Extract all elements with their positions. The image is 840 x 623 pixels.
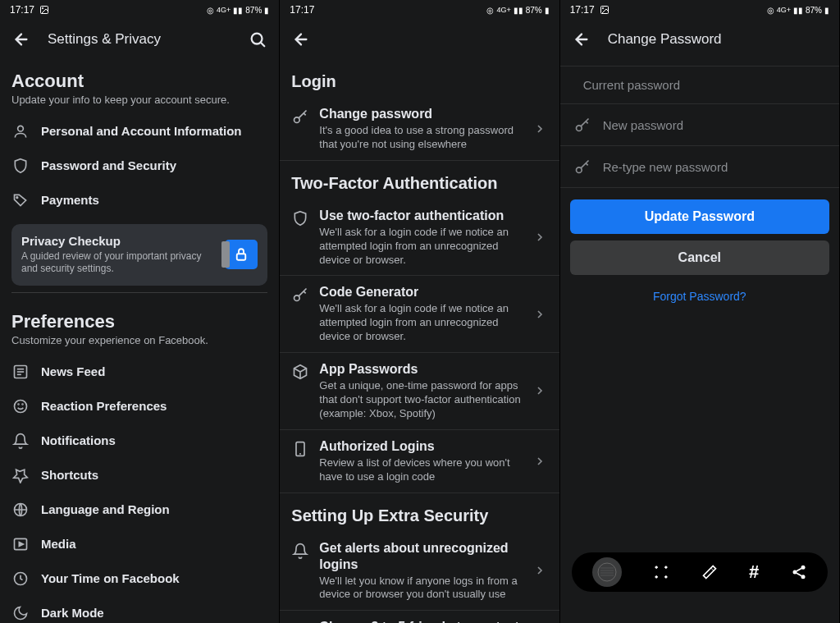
current-password-input[interactable]: [583, 78, 826, 92]
chevron-right-icon: [533, 564, 548, 577]
hotspot-icon: ◎: [486, 6, 494, 15]
battery-icon: ▮: [545, 6, 550, 15]
header: Settings & Privacy: [0, 20, 279, 59]
tfa-section-title: Two-Factor Authentication: [280, 161, 559, 199]
screenshot-toolbar: #: [572, 552, 828, 592]
chevron-right-icon: [533, 455, 548, 468]
row-app-passwords[interactable]: App Passwords Get a unique, one-time pas…: [280, 353, 559, 430]
account-title: Account: [11, 71, 267, 92]
item-personal-info[interactable]: Personal and Account Information: [0, 114, 279, 149]
item-media[interactable]: Media: [0, 527, 279, 561]
row-code-generator[interactable]: Code Generator We'll ask for a login cod…: [280, 276, 559, 353]
row-subtitle: It's a good idea to use a strong passwor…: [319, 124, 523, 152]
item-label: Media: [41, 537, 76, 551]
row-change-password[interactable]: Change password It's a good idea to use …: [280, 98, 559, 161]
svg-line-35: [797, 568, 801, 570]
svg-rect-5: [237, 254, 246, 261]
retype-password-input[interactable]: [603, 160, 826, 174]
item-label: Reaction Preferences: [41, 399, 167, 413]
row-title: Use two-factor authentication: [319, 208, 523, 224]
header: [280, 20, 559, 59]
item-your-time[interactable]: Your Time on Facebook: [0, 561, 279, 596]
preferences-title: Preferences: [11, 311, 267, 332]
row-choose-friends[interactable]: Choose 3 to 5 friends to contact if you …: [280, 611, 559, 623]
chevron-right-icon: [533, 231, 548, 244]
bell-icon: [11, 432, 30, 450]
item-label: Language and Region: [41, 502, 170, 516]
item-news-feed[interactable]: News Feed: [0, 355, 279, 389]
key-icon: [291, 286, 309, 304]
share-icon[interactable]: [791, 564, 807, 580]
battery-text: 87%: [806, 6, 822, 15]
svg-point-26: [576, 167, 582, 173]
svg-point-1: [42, 7, 43, 9]
shield-icon: [11, 157, 30, 175]
row-title: App Passwords: [319, 361, 523, 378]
item-notifications[interactable]: Notifications: [0, 424, 279, 458]
key-icon: [573, 116, 591, 134]
lock-illustration-icon: [225, 240, 258, 269]
svg-point-10: [15, 400, 27, 412]
item-label: Personal and Account Information: [41, 124, 241, 138]
new-password-input[interactable]: [603, 118, 826, 132]
item-shortcuts[interactable]: Shortcuts: [0, 458, 279, 492]
row-title: Choose 3 to 5 friends to contact if you …: [319, 619, 523, 623]
back-icon[interactable]: [291, 30, 311, 49]
svg-point-34: [801, 575, 805, 579]
clock-icon: [11, 570, 30, 588]
row-subtitle: Get a unique, one-time password for apps…: [319, 379, 523, 421]
settings-privacy-panel: 17:17 ◎ 4G+ ▮▮ 87% ▮ Settings & Privacy …: [0, 0, 280, 623]
svg-point-18: [294, 295, 300, 301]
new-password-field[interactable]: [560, 104, 839, 146]
header-title: Change Password: [608, 31, 828, 48]
preferences-section: Preferences Customize your experience on…: [0, 300, 279, 355]
svg-point-11: [18, 404, 19, 405]
item-reaction-preferences[interactable]: Reaction Preferences: [0, 389, 279, 424]
svg-point-12: [22, 404, 23, 405]
network-type: 4G+: [217, 6, 231, 14]
privacy-checkup-card[interactable]: Privacy Checkup A guided review of your …: [11, 224, 267, 286]
item-label: Your Time on Facebook: [41, 571, 180, 585]
crop-icon[interactable]: [653, 564, 669, 580]
box-icon: [291, 363, 309, 381]
item-dark-mode[interactable]: Dark Mode: [0, 596, 279, 623]
row-use-tfa[interactable]: Use two-factor authentication We'll ask …: [280, 199, 559, 277]
svg-point-24: [602, 7, 604, 9]
divider: [11, 292, 267, 293]
back-icon[interactable]: [572, 30, 591, 49]
svg-marker-15: [19, 542, 23, 546]
phone-icon: [291, 440, 309, 458]
shield-icon: [291, 209, 309, 227]
status-time: 17:17: [290, 4, 314, 16]
status-bar: 17:17 ◎ 4G+ ▮▮ 87% ▮: [0, 0, 279, 20]
status-bar: 17:17 ◎ 4G+ ▮▮ 87% ▮: [280, 0, 559, 20]
item-label: Shortcuts: [41, 468, 98, 482]
item-language-region[interactable]: Language and Region: [0, 492, 279, 527]
row-get-alerts[interactable]: Get alerts about unrecognized logins We'…: [280, 532, 559, 612]
search-icon[interactable]: [248, 30, 267, 49]
svg-point-27: [598, 563, 616, 581]
hashtag-icon[interactable]: #: [749, 561, 759, 583]
item-label: Payments: [41, 193, 99, 207]
row-title: Authorized Logins: [319, 438, 523, 455]
thumbnail-icon[interactable]: [592, 557, 622, 587]
update-password-button[interactable]: Update Password: [570, 199, 829, 234]
edit-icon[interactable]: [701, 564, 718, 580]
retype-password-field[interactable]: [560, 146, 839, 188]
back-icon[interactable]: [11, 30, 31, 49]
current-password-field[interactable]: [560, 66, 839, 104]
row-authorized-logins[interactable]: Authorized Logins Review a list of devic…: [280, 430, 559, 493]
item-password-security[interactable]: Password and Security: [0, 149, 279, 183]
signal-icon: ▮▮: [233, 6, 243, 15]
hotspot-icon: ◎: [207, 6, 214, 15]
tag-icon: [11, 191, 30, 209]
signal-icon: ▮▮: [793, 6, 803, 15]
forgot-password-link[interactable]: Forgot Password?: [560, 282, 839, 311]
feed-icon: [11, 363, 30, 381]
item-payments[interactable]: Payments: [0, 183, 279, 218]
item-label: Dark Mode: [41, 606, 104, 620]
card-title: Privacy Checkup: [21, 234, 215, 248]
svg-point-32: [801, 566, 805, 570]
status-bar: 17:17 ◎ 4G+ ▮▮ 87% ▮: [560, 0, 839, 20]
cancel-button[interactable]: Cancel: [570, 240, 829, 275]
